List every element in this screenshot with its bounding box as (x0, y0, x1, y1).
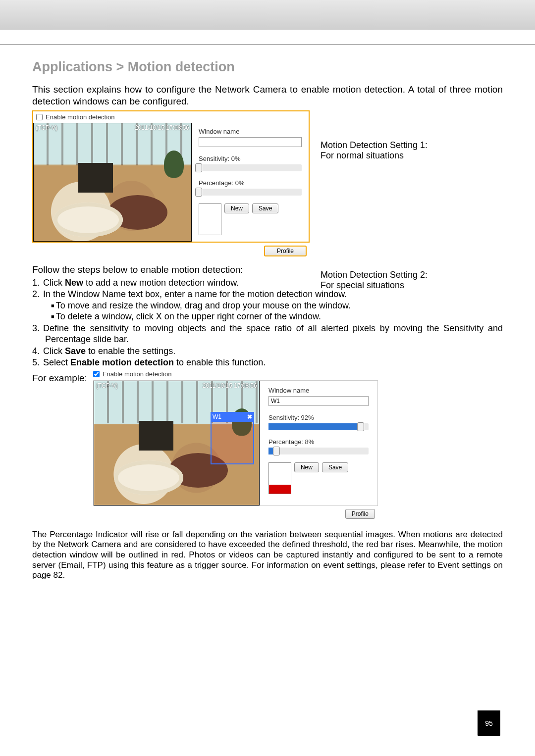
close-icon[interactable]: ✖ (247, 413, 252, 420)
caption-setting-1: Motion Detection Setting 1: For normal s… (321, 140, 428, 161)
caption-setting-1-line2: For normal situations (321, 151, 428, 161)
caption-setting-2-line2: For special situations (321, 280, 428, 291)
motion-panel-example: (TCP-V) 2011/10/15 17:08:56 W1 ✖ Window … (93, 380, 378, 506)
sensitivity-slider-2[interactable] (268, 423, 369, 430)
panel1-body: (TCP-V) 2011/10/15 17:08:56 Window name … (33, 123, 309, 242)
new-button-2[interactable]: New (294, 462, 319, 472)
window-name-label: Window name (199, 128, 302, 135)
sofa-2 (114, 460, 183, 495)
profile-row-1: Profile (32, 243, 310, 259)
enable-motion-checkbox-row-2[interactable]: Enable motion detection (93, 369, 378, 380)
page-title: Applications > Motion detection (32, 59, 503, 75)
enable-motion-checkbox-2[interactable] (93, 371, 100, 377)
caption-setting-2: Motion Detection Setting 2: For special … (321, 270, 428, 291)
step-3: 3.Define the sensitivity to moving objec… (32, 323, 503, 345)
motion-panel-1: Enable motion detection (TCP-V) 2011/10/… (32, 110, 310, 243)
sensitivity-label-2: Sensitivity: 92% (268, 414, 369, 421)
window-name-input-2[interactable] (268, 396, 369, 406)
osd-right-2: 2011/10/15 17:08:56 (203, 382, 257, 389)
enable-motion-label-2: Enable motion detection (103, 370, 171, 378)
profile-button[interactable]: Profile (264, 246, 307, 256)
fireplace-2 (139, 421, 173, 451)
header-gradient (0, 0, 535, 30)
step-2-sub-2: To delete a window, click X on the upper… (32, 311, 503, 322)
sensitivity-label: Sensitivity: 0% (199, 155, 302, 162)
profile-row-2: Profile (93, 506, 378, 522)
page-number-tab: 95 (478, 710, 500, 736)
percentage-indicator-2 (268, 462, 291, 494)
sensitivity-slider[interactable] (199, 164, 302, 171)
percentage-slider[interactable] (199, 189, 302, 196)
controls-1: Window name Sensitivity: 0% Percentage: … (192, 123, 309, 242)
step-1: 1.Click New to add a new motion detectio… (32, 277, 503, 289)
save-button[interactable]: Save (252, 203, 278, 213)
caption-setting-1-line1: Motion Detection Setting 1: (321, 140, 428, 151)
captions-column: Motion Detection Setting 1: For normal s… (310, 110, 428, 182)
plant (164, 151, 184, 178)
osd-left: (TCP-V) (36, 124, 57, 131)
panel1-column: Enable motion detection (TCP-V) 2011/10/… (32, 110, 310, 259)
osd-right: 2011/10/15 17:08:56 (135, 124, 189, 131)
step-5: 5.Select Enable motion detection to enab… (32, 357, 503, 368)
motion-window-title-bar[interactable]: W1 ✖ (211, 412, 254, 422)
controls-2: Window name Sensitivity: 92% Percentage: (260, 381, 377, 505)
enable-motion-checkbox[interactable] (36, 114, 43, 120)
page-content: Applications > Motion detection This sec… (0, 45, 535, 581)
step-4: 4.Click Save to enable the settings. (32, 346, 503, 357)
enable-motion-checkbox-row[interactable]: Enable motion detection (33, 111, 309, 123)
profile-button-2[interactable]: Profile (345, 509, 375, 519)
header-rule (0, 30, 535, 45)
new-button[interactable]: New (224, 203, 249, 213)
intro-paragraph: This section explains how to configure t… (32, 84, 503, 107)
camera-view-1[interactable]: (TCP-V) 2011/10/15 17:08:56 (33, 123, 192, 242)
window-name-input[interactable] (199, 137, 302, 147)
motion-window-name: W1 (213, 413, 221, 420)
sofa (54, 202, 123, 237)
save-button-2[interactable]: Save (322, 462, 348, 472)
percentage-slider-2[interactable] (268, 448, 369, 454)
camera-view-2[interactable]: (TCP-V) 2011/10/15 17:08:56 W1 ✖ (94, 381, 260, 505)
page-number: 95 (485, 719, 493, 727)
steps-list: 1.Click New to add a new motion detectio… (32, 277, 503, 368)
steps-intro: Follow the steps below to enable motion … (32, 264, 503, 275)
bottom-paragraph: The Percentage Indicator will rise or fa… (32, 530, 503, 581)
enable-motion-label: Enable motion detection (46, 113, 114, 121)
fireplace (78, 163, 113, 193)
percentage-indicator (199, 203, 221, 235)
caption-setting-2-line1: Motion Detection Setting 2: (321, 270, 428, 280)
percentage-label: Percentage: 0% (199, 179, 302, 187)
window-name-label-2: Window name (268, 387, 369, 394)
for-example-label: For example: (32, 373, 87, 384)
step-2: 2.In the Window Name text box, enter a n… (32, 289, 503, 322)
motion-window-w1[interactable]: W1 ✖ (211, 421, 254, 464)
setting1-row: Enable motion detection (TCP-V) 2011/10/… (32, 110, 503, 259)
step-2-sub-1: To move and resize the window, drag and … (32, 300, 503, 311)
percentage-label-2: Percentage: 8% (268, 438, 369, 446)
osd-left-2: (TCP-V) (96, 382, 118, 389)
